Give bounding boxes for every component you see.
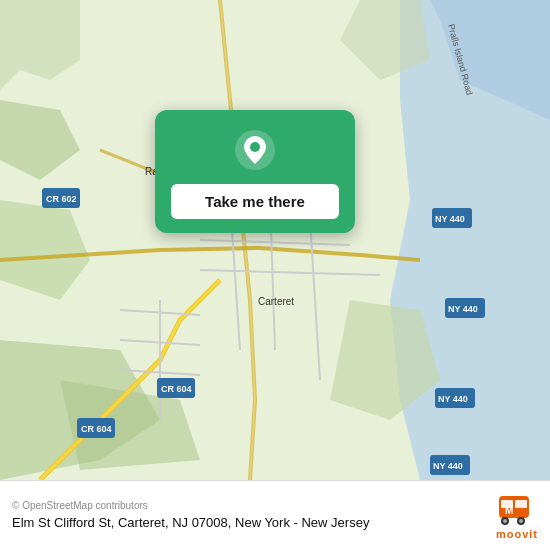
svg-point-25 <box>503 519 507 523</box>
popup-card: Take me there <box>155 110 355 233</box>
svg-text:CR 604: CR 604 <box>81 424 112 434</box>
svg-point-19 <box>250 142 260 152</box>
location-pin-icon <box>233 128 277 172</box>
osm-attribution: © OpenStreetMap contributors <box>12 500 478 511</box>
bottom-bar: © OpenStreetMap contributors Elm St Clif… <box>0 480 550 550</box>
svg-text:NY 440: NY 440 <box>435 214 465 224</box>
svg-point-26 <box>519 519 523 523</box>
take-me-there-button[interactable]: Take me there <box>171 184 339 219</box>
svg-text:CR 602: CR 602 <box>46 194 77 204</box>
svg-text:NY 440: NY 440 <box>448 304 478 314</box>
svg-rect-22 <box>515 500 527 508</box>
svg-text:Carteret: Carteret <box>258 296 294 307</box>
svg-text:NY 440: NY 440 <box>433 461 463 471</box>
svg-text:M: M <box>505 505 513 516</box>
moovit-logo: M moovit <box>496 492 538 540</box>
svg-text:CR 604: CR 604 <box>161 384 192 394</box>
location-address: Elm St Clifford St, Carteret, NJ 07008, … <box>12 515 478 532</box>
svg-text:NY 440: NY 440 <box>438 394 468 404</box>
map-container: Rahway Carteret CR 602 CR 604 CR 604 NY … <box>0 0 550 480</box>
moovit-icon: M <box>497 492 537 528</box>
moovit-label: moovit <box>496 528 538 540</box>
